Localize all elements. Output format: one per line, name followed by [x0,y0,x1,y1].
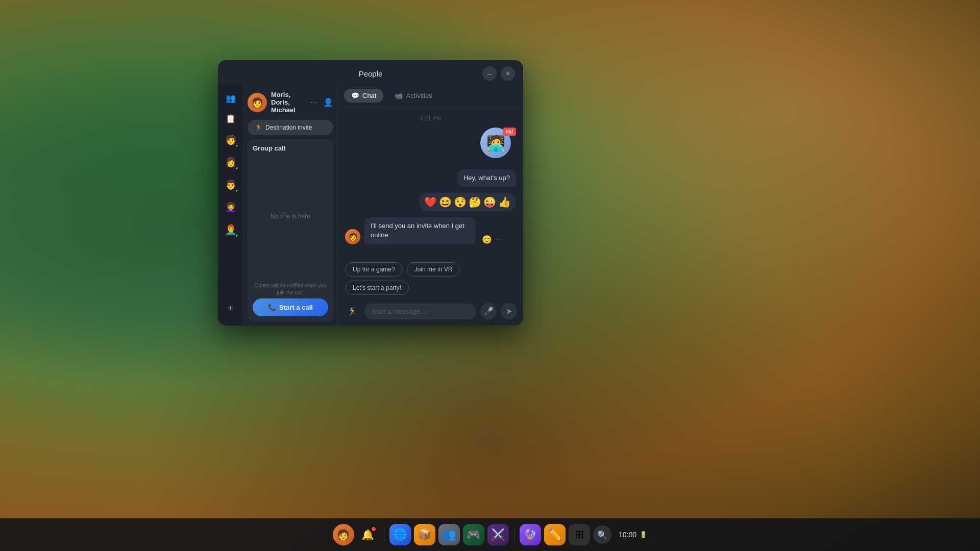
taskbar-app-grid[interactable]: ⊞ [569,524,590,545]
emoji-reaction-row: ❤️ 😆 😯 🤔 😜 👍 [345,193,516,211]
add-person-button[interactable]: 👤 [323,97,333,107]
taskbar-app-notes[interactable]: ✏️ [544,524,566,545]
sidebar-avatar-1[interactable]: 🧑 [222,131,240,149]
sender-avatar: 🧑 [345,229,360,244]
destination-input-icon[interactable]: 🏃 [344,303,360,319]
no-one-label: No one is here [271,152,310,280]
taskbar-app-prism[interactable]: 🔮 [520,524,541,545]
destination-invite-button[interactable]: 🏃 Destination invite [248,120,333,135]
online-indicator-2 [235,166,239,171]
message-left-row: 🧑 I'll send you an invite when I get onl… [345,217,516,244]
online-indicator-5 [235,234,239,238]
sidebar-avatar-4[interactable]: 👩‍🦱 [222,198,240,216]
message-actions: 😊 ··· [482,235,502,244]
taskbar: 🧑 🔔 🌐 📦 👥 🎮 ⚔️ 🔮 ✏️ ⊞ 🔍 10:00 🔋 [0,518,980,551]
taskbar-app-game1[interactable]: 🎮 [463,524,484,545]
middle-panel: 🧑 Moris, Doris, Michael ··· 👤 🏃 Destinat… [243,85,338,325]
window-titlebar: People – × [218,60,523,85]
sidebar-add-button[interactable]: + [222,299,240,317]
sidebar-avatar-2[interactable]: 👩 [222,153,240,171]
quick-replies: Up for a game? Join me in VR Let's start… [338,258,523,299]
destination-invite-label: Destination invite [265,124,312,131]
chat-tab-label: Chat [362,92,376,99]
close-button[interactable]: × [501,66,515,81]
taskbar-app-browser[interactable]: 🌐 [389,524,411,545]
header-row: 🧑 Moris, Doris, Michael ··· 👤 [248,89,333,116]
emoji-heart[interactable]: ❤️ [424,196,437,208]
start-call-label: Start a call [279,304,313,311]
activities-tab[interactable]: 📹 Activities [387,89,439,103]
left-sidebar: 👥 📋 🧑 👩 👨 👩‍🦱 👨‍🦰 + [218,85,243,325]
taskbar-app-game2[interactable]: ⚔️ [487,524,509,545]
emoji-think[interactable]: 🤔 [469,196,481,208]
chat-tab-icon: 💬 [351,92,359,99]
message-text-2: I'll send you an invite when I get onlin… [364,217,476,244]
taskbar-battery: 🔋 [640,531,647,538]
chat-input-row: 🏃 🎤 ➤ [338,299,523,325]
destination-invite-icon: 🏃 [255,124,262,131]
message-more-button[interactable]: ··· [495,235,502,244]
start-call-button[interactable]: 📞 Start a call [253,298,328,316]
hi-badge: Hi! [503,128,516,136]
online-indicator-3 [235,189,239,193]
taskbar-time: 10:00 [619,531,636,539]
group-call-title: Group call [253,144,285,152]
sidebar-avatar-5[interactable]: 👨‍🦰 [222,220,240,239]
activities-tab-label: Activities [406,92,432,99]
taskbar-user-avatar[interactable]: 🧑 [333,524,354,545]
group-avatar: 🧑 [248,93,267,112]
emoji-row: ❤️ 😆 😯 🤔 😜 👍 [419,193,516,211]
quick-reply-vr[interactable]: Join me in VR [407,262,460,277]
activities-tab-icon: 📹 [395,92,403,99]
message-timestamp: 4:21 PM [345,115,516,121]
microphone-button[interactable]: 🎤 [480,303,497,319]
online-indicator-1 [235,144,239,148]
chat-tab[interactable]: 💬 Chat [344,89,383,103]
taskbar-search-button[interactable]: 🔍 [593,525,611,544]
sidebar-contacts-icon[interactable]: 📋 [222,109,240,128]
sidebar-people-icon[interactable]: 👥 [222,89,240,107]
group-name: Moris, Doris, Michael [271,91,304,114]
more-options-button[interactable]: ··· [308,97,319,108]
minimize-button[interactable]: – [482,66,497,81]
quick-reply-game[interactable]: Up for a game? [345,262,403,277]
group-call-box: Group call No one is here Others will be… [248,139,333,321]
emoji-wink[interactable]: 😜 [483,196,496,208]
emoji-reaction-button[interactable]: 😊 [482,235,492,244]
emoji-wow[interactable]: 😯 [454,196,467,208]
window-controls: – × [482,66,515,81]
sidebar-avatar-3[interactable]: 👨 [222,176,240,194]
avatar-message-right: 🧑‍💻 Hi! [345,128,516,163]
send-button[interactable]: ➤ [501,303,517,319]
message-input[interactable] [364,304,476,319]
chat-panel: 💬 Chat 📹 Activities 4:21 PM 🧑‍💻 Hi! [338,85,523,325]
message-bubble-right: Hey, what's up? [345,169,516,187]
taskbar-divider-2 [514,527,514,542]
taskbar-app-store[interactable]: 📦 [414,524,435,545]
window-content: 👥 📋 🧑 👩 👨 👩‍🦱 👨‍🦰 + [218,85,523,325]
chat-messages: 4:21 PM 🧑‍💻 Hi! Hey, what's up? ❤️ [338,107,523,258]
3d-avatar: 🧑‍💻 Hi! [480,128,516,163]
window-title: People [359,69,383,78]
phone-icon: 📞 [268,304,276,311]
taskbar-divider-1 [384,527,384,542]
chat-tabs: 💬 Chat 📹 Activities [338,85,523,107]
taskbar-notifications-button[interactable]: 🔔 [357,524,379,545]
emoji-thumbs-up[interactable]: 👍 [498,196,511,208]
taskbar-app-people[interactable]: 👥 [438,524,460,545]
emoji-laugh[interactable]: 😆 [439,196,452,208]
notify-text: Others will be notified when you join th… [253,280,328,298]
quick-reply-party[interactable]: Let's start a party! [345,281,409,295]
people-window: People – × 👥 📋 🧑 👩 👨 👩‍🦱 [218,60,523,325]
message-text-1: Hey, what's up? [457,169,516,187]
